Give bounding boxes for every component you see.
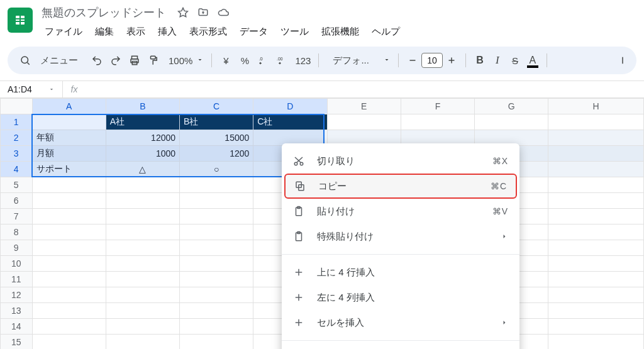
row-header[interactable]: 14: [1, 319, 33, 335]
cell[interactable]: [548, 162, 644, 177]
name-box[interactable]: A1:D4: [0, 81, 63, 97]
row-header[interactable]: 11: [1, 272, 33, 287]
cell[interactable]: [32, 177, 106, 193]
cell[interactable]: 1000: [106, 146, 179, 162]
cell[interactable]: 15000: [180, 130, 253, 146]
cell[interactable]: [106, 240, 179, 256]
cell[interactable]: [548, 335, 644, 350]
currency-format-button[interactable]: ¥: [217, 52, 235, 69]
cell[interactable]: [180, 224, 253, 240]
cell[interactable]: [401, 114, 474, 130]
menu-search-label[interactable]: メニュー: [38, 55, 80, 67]
cell[interactable]: [548, 146, 644, 162]
cell[interactable]: [548, 193, 644, 209]
cell[interactable]: [32, 256, 106, 272]
sheets-logo[interactable]: [8, 8, 33, 33]
bold-button[interactable]: B: [471, 52, 489, 69]
col-header-B[interactable]: B: [106, 99, 179, 114]
cell[interactable]: [32, 114, 106, 130]
search-icon[interactable]: [16, 52, 34, 69]
menu-edit[interactable]: 編集: [89, 22, 119, 42]
ctx-insert-cols[interactable]: 左に 4 列挿入: [282, 285, 519, 310]
cell[interactable]: [548, 114, 644, 130]
move-folder-icon[interactable]: [197, 7, 209, 18]
cell[interactable]: [180, 335, 253, 350]
cell[interactable]: [475, 114, 548, 130]
menu-file[interactable]: ファイル: [39, 22, 88, 42]
cell[interactable]: [106, 272, 179, 287]
cell[interactable]: [180, 256, 253, 272]
italic-button[interactable]: I: [489, 52, 506, 69]
cell[interactable]: B社: [180, 114, 253, 130]
formula-input[interactable]: [86, 81, 644, 97]
font-size-increase[interactable]: [443, 52, 460, 69]
cell[interactable]: [106, 224, 179, 240]
star-icon[interactable]: [177, 7, 189, 18]
toolbar-overflow-icon[interactable]: [614, 52, 631, 69]
cell[interactable]: [106, 193, 179, 209]
redo-button[interactable]: [107, 52, 125, 69]
menu-help[interactable]: ヘルプ: [366, 22, 406, 42]
row-header[interactable]: 15: [1, 335, 33, 350]
cell[interactable]: [327, 114, 401, 130]
cell[interactable]: [32, 224, 106, 240]
cell[interactable]: [180, 272, 253, 287]
cell[interactable]: [180, 303, 253, 319]
cell[interactable]: [32, 209, 106, 224]
row-header[interactable]: 12: [1, 287, 33, 303]
undo-button[interactable]: [88, 52, 106, 69]
col-header-D[interactable]: D: [253, 99, 327, 114]
cell[interactable]: [32, 303, 106, 319]
ctx-insert-rows[interactable]: 上に 4 行挿入: [282, 260, 519, 285]
cell[interactable]: [548, 319, 644, 335]
menu-ext[interactable]: 拡張機能: [316, 22, 365, 42]
cell[interactable]: 年額: [32, 130, 106, 146]
cell[interactable]: サポート: [32, 162, 106, 177]
row-header[interactable]: 5: [1, 177, 33, 193]
col-header-E[interactable]: E: [327, 99, 401, 114]
ctx-cut[interactable]: 切り取り ⌘X: [282, 148, 519, 174]
cell[interactable]: [180, 240, 253, 256]
cell[interactable]: [548, 256, 644, 272]
cell[interactable]: [548, 287, 644, 303]
row-header[interactable]: 4: [1, 162, 33, 177]
font-size-input[interactable]: 10: [421, 53, 443, 68]
cell[interactable]: [548, 177, 644, 193]
menu-data[interactable]: データ: [234, 22, 274, 42]
cell[interactable]: [32, 287, 106, 303]
percent-format-button[interactable]: %: [236, 52, 253, 69]
menu-insert[interactable]: 挿入: [152, 22, 182, 42]
col-header-H[interactable]: H: [548, 99, 644, 114]
row-header[interactable]: 8: [1, 224, 33, 240]
cell[interactable]: A社: [106, 114, 179, 130]
cell[interactable]: [180, 287, 253, 303]
cell[interactable]: [180, 193, 253, 209]
cell[interactable]: 月額: [32, 146, 106, 162]
cell[interactable]: [106, 256, 179, 272]
zoom-select[interactable]: 100%: [164, 52, 206, 69]
menu-format[interactable]: 表示形式: [184, 22, 233, 42]
cell[interactable]: 1200: [180, 146, 253, 162]
ctx-paste-special[interactable]: 特殊貼り付け: [282, 224, 519, 249]
cell[interactable]: [32, 193, 106, 209]
row-header[interactable]: 10: [1, 256, 33, 272]
cell[interactable]: [548, 303, 644, 319]
text-color-button[interactable]: A: [524, 52, 541, 69]
col-header-G[interactable]: G: [475, 99, 548, 114]
row-header[interactable]: 3: [1, 146, 33, 162]
row-header[interactable]: 1: [1, 114, 33, 130]
menu-view[interactable]: 表示: [121, 22, 151, 42]
row-header[interactable]: 9: [1, 240, 33, 256]
ctx-copy[interactable]: コピー ⌘C: [284, 174, 517, 199]
cell[interactable]: [548, 209, 644, 224]
font-family-select[interactable]: デフォ...: [324, 52, 393, 69]
ctx-paste[interactable]: 貼り付け ⌘V: [282, 199, 519, 224]
row-header[interactable]: 6: [1, 193, 33, 209]
cell[interactable]: [32, 335, 106, 350]
cell[interactable]: [548, 240, 644, 256]
increase-decimal-button[interactable]: .00: [274, 52, 291, 69]
menu-tools[interactable]: ツール: [275, 22, 314, 42]
cell[interactable]: [32, 240, 106, 256]
row-header[interactable]: 13: [1, 303, 33, 319]
cell[interactable]: [106, 319, 179, 335]
